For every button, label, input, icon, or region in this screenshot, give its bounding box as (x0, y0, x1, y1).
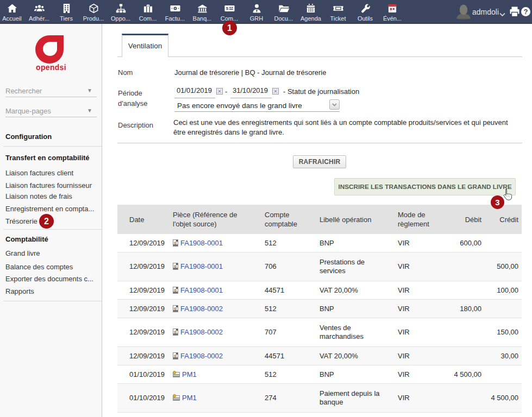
svg-text:$: $ (226, 6, 228, 11)
